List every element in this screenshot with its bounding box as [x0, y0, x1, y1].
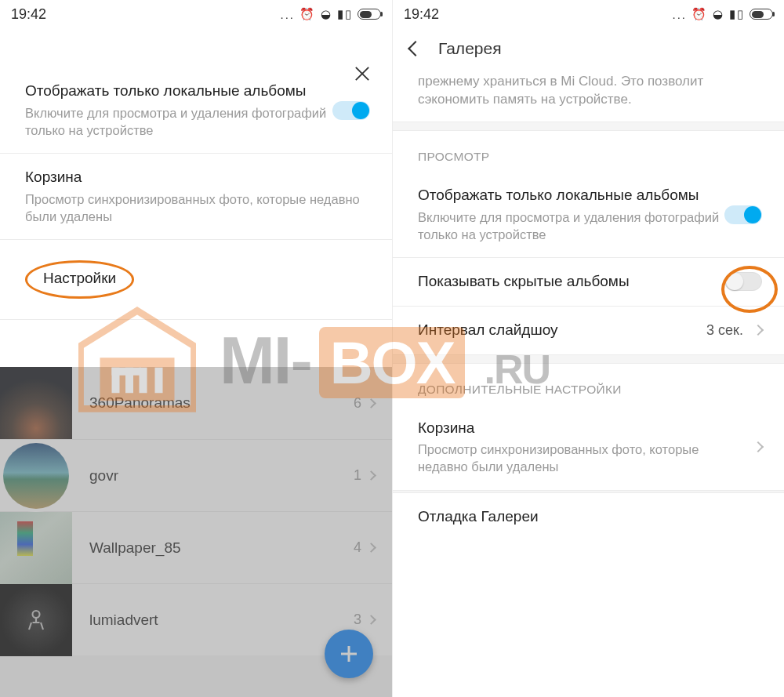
- wifi-icon: ◒: [713, 7, 724, 21]
- section-gap: [393, 354, 784, 364]
- setting-subtitle: Просмотр синхронизированных фото, которы…: [25, 191, 370, 226]
- setting-gallery-debug[interactable]: Отладка Галереи: [393, 493, 784, 541]
- setting-title: Корзина: [418, 419, 743, 438]
- section-gap: [393, 122, 784, 131]
- setting-local-albums[interactable]: Отображать только локальные альбомы Вклю…: [0, 67, 392, 153]
- back-button[interactable]: [408, 41, 423, 56]
- chevron-right-icon: [753, 441, 764, 452]
- page-title: Галерея: [438, 39, 502, 58]
- more-icon: ...: [672, 8, 687, 21]
- setting-trash[interactable]: Корзина Просмотр синхронизированных фото…: [393, 405, 784, 490]
- battery-icon: [750, 9, 773, 20]
- left-screen: 19:42 ... ⏰ ◒ ▮▯ 360Panoramas 6 govr 1 W…: [0, 0, 392, 697]
- setting-subtitle: Включите для просмотра и удаления фотогр…: [25, 104, 332, 140]
- status-bar: 19:42 ... ⏰ ◒ ▮▯: [393, 0, 784, 28]
- more-icon: ...: [280, 8, 295, 21]
- toggle-local-albums[interactable]: [724, 205, 762, 224]
- signal-icon: ▮▯: [729, 7, 745, 21]
- setting-subtitle: Включите для просмотра и удаления фотогр…: [418, 209, 724, 244]
- section-header-advanced: ДОПОЛНИТЕЛЬНЫЕ НАСТРОЙКИ: [393, 364, 784, 405]
- toggle-local-albums[interactable]: [332, 101, 370, 120]
- close-button[interactable]: [351, 63, 373, 85]
- setting-settings[interactable]: Настройки: [0, 239, 392, 319]
- signal-icon: ▮▯: [337, 7, 353, 21]
- setting-title: Отображать только локальные альбомы: [418, 186, 724, 205]
- setting-trash[interactable]: Корзина Просмотр синхронизированных фото…: [0, 153, 392, 239]
- setting-slideshow-interval[interactable]: Интервал слайдшоу 3 сек.: [393, 306, 784, 354]
- title-bar: Галерея: [393, 28, 784, 69]
- battery-icon: [358, 9, 381, 20]
- setting-title: Показывать скрытые альбомы: [418, 272, 724, 292]
- right-screen: 19:42 ... ⏰ ◒ ▮▯ Галерея прежнему хранит…: [392, 0, 784, 697]
- highlight-annotation: [721, 266, 778, 313]
- status-icons: ... ⏰ ◒ ▮▯: [280, 7, 381, 21]
- setting-title: Корзина: [25, 168, 370, 187]
- section-header-view: ПРОСМОТР: [393, 131, 784, 172]
- setting-value: 3 сек.: [706, 322, 743, 339]
- setting-title: Отладка Галереи: [418, 507, 762, 527]
- setting-hidden-albums[interactable]: Показывать скрытые альбомы: [393, 257, 784, 306]
- setting-title: Отображать только локальные альбомы: [25, 82, 332, 101]
- bottom-sheet: Отображать только локальные альбомы Вклю…: [0, 28, 392, 367]
- chevron-right-icon: [753, 325, 764, 336]
- setting-local-albums[interactable]: Отображать только локальные альбомы Вклю…: [393, 172, 784, 257]
- cloud-info-text: прежнему храниться в Mi Cloud. Это позво…: [393, 69, 784, 122]
- wifi-icon: ◒: [321, 7, 332, 21]
- clock-time: 19:42: [404, 6, 439, 23]
- dimmed-overlay: [0, 367, 392, 697]
- status-icons: ... ⏰ ◒ ▮▯: [672, 7, 773, 21]
- setting-title: Настройки: [43, 270, 116, 286]
- highlight-annotation: Настройки: [25, 260, 134, 299]
- alarm-icon: ⏰: [691, 7, 708, 21]
- setting-title: Интервал слайдшоу: [418, 321, 699, 340]
- setting-subtitle: Просмотр синхронизированных фото, которы…: [418, 441, 743, 476]
- alarm-icon: ⏰: [299, 7, 316, 21]
- clock-time: 19:42: [11, 6, 46, 23]
- status-bar: 19:42 ... ⏰ ◒ ▮▯: [0, 0, 392, 28]
